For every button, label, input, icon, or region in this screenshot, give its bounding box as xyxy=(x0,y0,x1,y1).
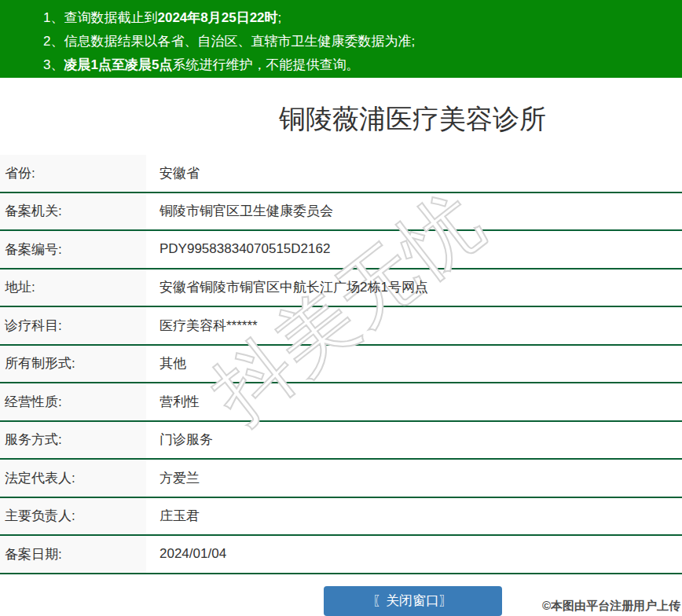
table-row-authority: 备案机关: 铜陵市铜官区卫生健康委员会 xyxy=(0,193,682,232)
row-value: 门诊服务 xyxy=(146,422,682,459)
table-row-business-nature: 经营性质: 营利性 xyxy=(0,383,682,422)
row-value: 方爱兰 xyxy=(146,460,682,497)
table-row-legal-representative: 法定代表人: 方爱兰 xyxy=(0,460,682,498)
row-value: 其他 xyxy=(146,346,682,383)
table-row-province: 省份: 安徽省 xyxy=(0,155,682,193)
notice-item-3: 3、凌晨1点至凌晨5点系统进行维护，不能提供查询。 xyxy=(43,53,682,77)
row-value: PDY99583834070515D2162 xyxy=(146,231,682,268)
row-value: 铜陵市铜官区卫生健康委员会 xyxy=(146,193,682,230)
row-value: 医疗美容科****** xyxy=(146,307,682,344)
row-label: 地址: xyxy=(0,270,146,306)
row-label: 诊疗科目: xyxy=(0,307,146,344)
row-label: 法定代表人: xyxy=(0,460,146,497)
notice-banner: 1、查询数据截止到2024年8月25日22时; 2、信息数据结果以各省、自治区、… xyxy=(0,0,682,78)
row-value: 营利性 xyxy=(146,383,682,420)
row-label: 省份: xyxy=(0,155,146,192)
table-row-record-date: 备案日期: 2024/01/04 xyxy=(0,536,682,574)
table-row-treatment-subjects: 诊疗科目: 医疗美容科****** xyxy=(0,307,682,346)
table-row-address: 地址: 安徽省铜陵市铜官区中航长江广场2栋1号网点 xyxy=(0,270,682,308)
row-label: 服务方式: xyxy=(0,422,146,459)
upload-credit-watermark: ©本图由平台注册用户上传 xyxy=(542,599,680,614)
row-label: 备案编号: xyxy=(0,231,146,268)
table-row-ownership: 所有制形式: 其他 xyxy=(0,346,682,384)
table-row-service-mode: 服务方式: 门诊服务 xyxy=(0,422,682,460)
row-label: 备案机关: xyxy=(0,193,146,230)
notice-number: 2、 xyxy=(43,34,64,49)
notice-number: 3、 xyxy=(43,57,64,72)
notice-item-1: 1、查询数据截止到2024年8月25日22时; xyxy=(43,6,682,30)
row-label: 主要负责人: xyxy=(0,498,146,535)
row-label: 经营性质: xyxy=(0,383,146,420)
table-row-person-in-charge: 主要负责人: 庄玉君 xyxy=(0,498,682,537)
row-label: 所有制形式: xyxy=(0,346,146,383)
row-label: 备案日期: xyxy=(0,536,146,573)
row-value: 庄玉君 xyxy=(146,498,682,535)
content-area: 铜陵薇浦医疗美容诊所 省份: 安徽省 备案机关: 铜陵市铜官区卫生健康委员会 备… xyxy=(0,101,682,616)
notice-number: 1、 xyxy=(43,10,64,25)
row-value: 安徽省 xyxy=(146,155,682,192)
table-row-record-number: 备案编号: PDY99583834070515D2162 xyxy=(0,231,682,270)
row-value: 2024/01/04 xyxy=(146,536,682,573)
page-title: 铜陵薇浦医疗美容诊所 xyxy=(0,101,682,155)
notice-item-2: 2、信息数据结果以各省、自治区、直辖市卫生健康委数据为准; xyxy=(43,30,682,53)
row-value: 安徽省铜陵市铜官区中航长江广场2栋1号网点 xyxy=(146,270,682,306)
close-window-button[interactable]: 〖关闭窗口〗 xyxy=(324,586,502,616)
info-table: 省份: 安徽省 备案机关: 铜陵市铜官区卫生健康委员会 备案编号: PDY995… xyxy=(0,155,682,574)
